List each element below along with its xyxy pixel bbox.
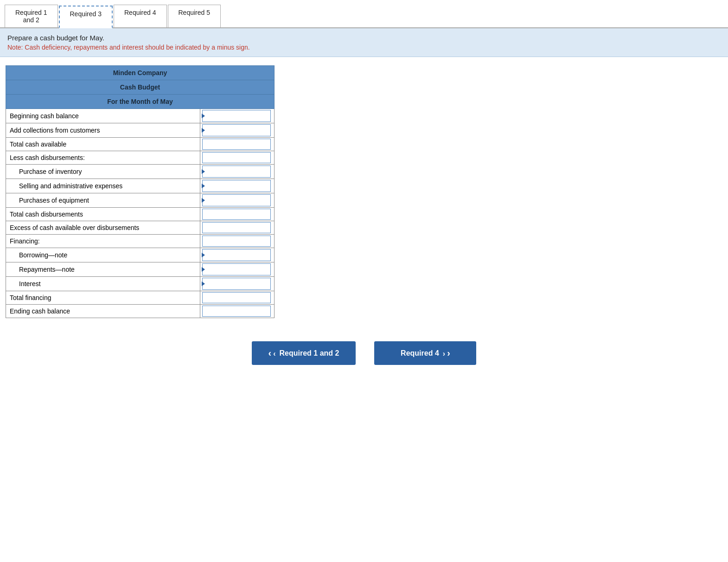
row-input-cell-add-collections bbox=[200, 123, 275, 138]
row-label-excess-cash: Excess of cash available over disburseme… bbox=[6, 221, 200, 235]
row-input-cell-repayments-note bbox=[200, 262, 275, 277]
prev-button[interactable]: ‹ Required 1 and 2 bbox=[252, 341, 356, 365]
row-input-cell-total-cash bbox=[200, 138, 275, 151]
row-label-total-cash-disbursements: Total cash disbursements bbox=[6, 208, 200, 221]
row-label-financing: Financing: bbox=[6, 235, 200, 248]
table-row: Total cash disbursements bbox=[6, 208, 275, 221]
row-label-add-collections: Add collections from customers bbox=[6, 123, 200, 138]
prev-arrow-icon: ‹ bbox=[268, 348, 276, 358]
input-wrapper-repayments-note bbox=[202, 263, 271, 275]
row-label-purchase-inventory: Purchase of inventory bbox=[6, 165, 200, 179]
input-wrapper-borrowing-note bbox=[202, 249, 271, 261]
interest-input[interactable] bbox=[202, 278, 271, 290]
row-input-cell-interest bbox=[200, 277, 275, 291]
table-row: Total financing bbox=[6, 291, 275, 305]
table-row: Ending cash balance bbox=[6, 305, 275, 318]
row-label-repayments-note: Repayments—note bbox=[6, 262, 200, 277]
main-container: Required 1and 2 Required 3 Required 4 Re… bbox=[0, 0, 728, 562]
row-label-ending-cash: Ending cash balance bbox=[6, 305, 200, 318]
row-input-cell-selling-admin bbox=[200, 179, 275, 193]
company-name: Minden Company bbox=[6, 66, 275, 80]
row-label-borrowing-note: Borrowing—note bbox=[6, 248, 200, 262]
repayments-note-input[interactable] bbox=[202, 263, 271, 275]
table-header-1: Minden Company bbox=[6, 66, 275, 80]
next-arrow-icon: › bbox=[443, 348, 450, 358]
total-financing-input[interactable] bbox=[202, 292, 271, 303]
tab-required-4[interactable]: Required 4 bbox=[114, 5, 167, 27]
row-label-total-cash: Total cash available bbox=[6, 138, 200, 151]
instruction-main: Prepare a cash budget for May. bbox=[7, 34, 721, 42]
row-input-cell-purchases-equipment bbox=[200, 193, 275, 208]
input-wrapper-interest bbox=[202, 278, 271, 290]
table-row: Purchases of equipment bbox=[6, 193, 275, 208]
table-row: Add collections from customers bbox=[6, 123, 275, 138]
tab-required-5[interactable]: Required 5 bbox=[168, 5, 221, 27]
row-input-cell-purchase-inventory bbox=[200, 165, 275, 179]
table-row: Purchase of inventory bbox=[6, 165, 275, 179]
excess-cash-input[interactable] bbox=[202, 222, 271, 233]
row-label-selling-admin: Selling and administrative expenses bbox=[6, 179, 200, 193]
table-header-2: Cash Budget bbox=[6, 80, 275, 95]
borrowing-note-input[interactable] bbox=[202, 249, 271, 261]
bottom-nav: ‹ Required 1 and 2 Required 4 › bbox=[0, 327, 728, 374]
purchases-equipment-input[interactable] bbox=[202, 194, 271, 206]
selling-admin-input[interactable] bbox=[202, 180, 271, 192]
row-input-cell-total-financing bbox=[200, 291, 275, 305]
input-wrapper-beginning-cash bbox=[202, 110, 271, 122]
row-input-cell-financing bbox=[200, 235, 275, 248]
period-title: For the Month of May bbox=[6, 95, 275, 109]
ending-cash-input[interactable] bbox=[202, 306, 271, 317]
next-button-label: Required 4 bbox=[401, 349, 439, 358]
table-row: Selling and administrative expenses bbox=[6, 179, 275, 193]
add-collections-input[interactable] bbox=[202, 124, 271, 136]
budget-table: Minden Company Cash Budget For the Month… bbox=[6, 65, 275, 318]
input-wrapper-add-collections bbox=[202, 124, 271, 136]
row-label-interest: Interest bbox=[6, 277, 200, 291]
row-input-cell-total-disbursements bbox=[200, 208, 275, 221]
tabs-row: Required 1and 2 Required 3 Required 4 Re… bbox=[0, 0, 728, 28]
purchase-inventory-input[interactable] bbox=[202, 166, 271, 178]
table-row: Excess of cash available over disburseme… bbox=[6, 221, 275, 235]
less-cash-input[interactable] bbox=[202, 152, 271, 163]
budget-title: Cash Budget bbox=[6, 80, 275, 95]
total-disbursements-input[interactable] bbox=[202, 209, 271, 220]
row-input-cell-borrowing-note bbox=[200, 248, 275, 262]
table-row: Beginning cash balance bbox=[6, 109, 275, 123]
beginning-cash-input[interactable] bbox=[202, 110, 271, 122]
instruction-note: Note: Cash deficiency, repayments and in… bbox=[7, 44, 721, 51]
prev-button-label: Required 1 and 2 bbox=[280, 349, 339, 358]
input-wrapper-selling-admin bbox=[202, 180, 271, 192]
row-label-less-cash: Less cash disbursements: bbox=[6, 151, 200, 165]
table-row: Interest bbox=[6, 277, 275, 291]
row-input-cell-excess-cash bbox=[200, 221, 275, 235]
row-input-cell-ending-cash bbox=[200, 305, 275, 318]
table-row: Borrowing—note bbox=[6, 248, 275, 262]
table-row: Repayments—note bbox=[6, 262, 275, 277]
total-cash-input[interactable] bbox=[202, 139, 271, 150]
table-row: Financing: bbox=[6, 235, 275, 248]
row-label-total-financing: Total financing bbox=[6, 291, 200, 305]
row-input-cell-less-cash bbox=[200, 151, 275, 165]
row-label-beginning-cash: Beginning cash balance bbox=[6, 109, 200, 123]
tab-required-3[interactable]: Required 3 bbox=[59, 6, 113, 28]
table-row: Total cash available bbox=[6, 138, 275, 151]
budget-container: Minden Company Cash Budget For the Month… bbox=[0, 65, 728, 318]
input-wrapper-purchases-equipment bbox=[202, 194, 271, 206]
input-wrapper-purchase-inventory bbox=[202, 166, 271, 178]
table-row: Less cash disbursements: bbox=[6, 151, 275, 165]
row-label-purchases-equipment: Purchases of equipment bbox=[6, 193, 200, 208]
next-button[interactable]: Required 4 › bbox=[374, 341, 476, 365]
financing-input[interactable] bbox=[202, 236, 271, 247]
row-input-cell-beginning-cash bbox=[200, 109, 275, 123]
table-header-3: For the Month of May bbox=[6, 95, 275, 109]
tab-required-1-2[interactable]: Required 1and 2 bbox=[5, 5, 58, 27]
instruction-box: Prepare a cash budget for May. Note: Cas… bbox=[0, 28, 728, 57]
